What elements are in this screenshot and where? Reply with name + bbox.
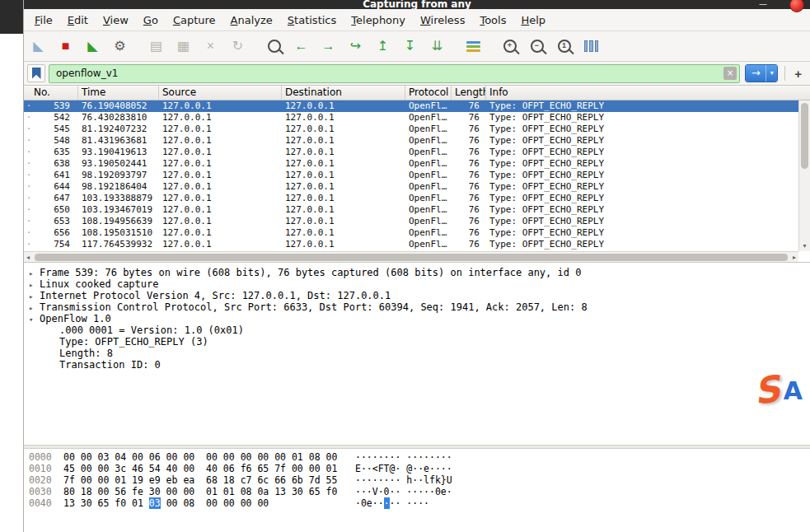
detail-line[interactable]: ▸Frame 539: 76 bytes on wire (608 bits),…: [24, 267, 810, 278]
find-packet-button[interactable]: [263, 35, 285, 57]
colorize-button[interactable]: [462, 35, 485, 57]
packet-row[interactable]: ·653108.194956639127.0.0.1127.0.0.1OpenF…: [24, 216, 798, 227]
save-file-button[interactable]: ▦: [172, 35, 194, 57]
display-filter-field[interactable]: ×: [49, 64, 740, 83]
hex-ascii[interactable]: ········ h··lfk}U: [355, 474, 452, 486]
menu-go[interactable]: Go: [136, 12, 166, 29]
column-header-source[interactable]: Source: [159, 86, 282, 100]
zoom-in-button[interactable]: +: [499, 35, 521, 57]
hex-ascii[interactable]: ········ ········: [355, 451, 452, 463]
go-to-packet-button[interactable]: ↪: [344, 35, 367, 57]
packet-row[interactable]: ·64198.192093797127.0.0.1127.0.0.1OpenFl…: [24, 170, 798, 181]
hex-bytes[interactable]: 7f 00 00 01 19 e9 eb ea 68 18 c7 6c 66 6…: [63, 474, 342, 486]
zoom-out-button[interactable]: −: [526, 35, 548, 57]
packet-row[interactable]: ·754117.764539932127.0.0.1127.0.0.1OpenF…: [24, 239, 798, 250]
scrollbar-right-arrow-icon[interactable]: ▸: [793, 253, 796, 262]
horizontal-scrollbar-thumb[interactable]: [35, 254, 788, 261]
packet-row[interactable]: ·54581.192407232127.0.0.1127.0.0.1OpenFl…: [24, 124, 798, 135]
menu-help[interactable]: Help: [513, 12, 553, 29]
hex-row[interactable]: 001045 00 00 3c 46 54 40 00 40 06 f6 65 …: [29, 463, 810, 474]
filter-dropdown-icon[interactable]: ▾: [766, 65, 777, 82]
column-header-no[interactable]: No.: [24, 86, 78, 100]
restart-capture-button[interactable]: ◣: [82, 35, 104, 57]
packet-row[interactable]: ·63893.190502441127.0.0.1127.0.0.1OpenFl…: [24, 158, 798, 170]
go-last-packet-button[interactable]: ↧: [399, 35, 421, 57]
titlebar[interactable]: Capturing from any: [24, 0, 810, 9]
detail-line[interactable]: .000 0001 = Version: 1.0 (0x01): [24, 324, 810, 336]
hex-row[interactable]: 003080 18 00 56 fe 30 00 00 01 01 08 0a …: [29, 486, 810, 497]
packet-row[interactable]: ·656108.195031510127.0.0.1127.0.0.1OpenF…: [24, 227, 798, 239]
display-filter-input[interactable]: [54, 67, 723, 80]
packet-list-vertical-scrollbar[interactable]: ▾: [798, 100, 810, 251]
column-header-time[interactable]: Time: [78, 86, 159, 100]
menu-edit[interactable]: Edit: [60, 12, 96, 29]
menu-tools[interactable]: Tools: [472, 12, 513, 29]
detail-line[interactable]: Transaction ID: 0: [24, 359, 810, 371]
menu-statistics[interactable]: Statistics: [280, 12, 344, 29]
menu-analyze[interactable]: Analyze: [223, 12, 280, 29]
collapsed-arrow-icon[interactable]: ▸: [29, 279, 40, 291]
detail-text: Frame 539: 76 bytes on wire (608 bits), …: [40, 267, 581, 278]
detail-line[interactable]: Type: OFPT_ECHO_REPLY (3): [24, 336, 810, 348]
hex-ascii[interactable]: ···V·0·· ·····0e·: [355, 486, 452, 497]
hex-row[interactable]: 00207f 00 00 01 19 e9 eb ea 68 18 c7 6c …: [29, 474, 810, 486]
detail-line[interactable]: ▸Linux cooked capture: [24, 278, 810, 290]
detail-line[interactable]: ▸Internet Protocol Version 4, Src: 127.0…: [24, 290, 810, 301]
hex-bytes[interactable]: 80 18 00 56 fe 30 00 00 01 01 08 0a 13 3…: [63, 486, 342, 497]
column-header-length[interactable]: Length: [452, 86, 486, 100]
menu-view[interactable]: View: [96, 12, 136, 29]
collapsed-arrow-icon[interactable]: ▸: [29, 302, 40, 314]
column-header-destination[interactable]: Destination: [282, 86, 405, 100]
scrollbar-down-arrow-icon[interactable]: ▾: [799, 242, 810, 250]
packet-row[interactable]: ·54276.430283810127.0.0.1127.0.0.1OpenFl…: [24, 112, 798, 124]
collapsed-arrow-icon[interactable]: ▸: [29, 291, 40, 302]
vertical-scrollbar-thumb[interactable]: [801, 103, 808, 169]
stop-capture-button[interactable]: ■: [54, 35, 77, 57]
packet-row[interactable]: ·53976.190408052127.0.0.1127.0.0.1OpenFl…: [24, 100, 798, 112]
reload-button[interactable]: ↻: [227, 35, 249, 57]
hex-bytes[interactable]: 45 00 00 3c 46 54 40 00 40 06 f6 65 7f 0…: [63, 463, 342, 474]
packet-list-horizontal-scrollbar[interactable]: ◂ ▸: [24, 251, 798, 262]
scrollbar-left-arrow-icon[interactable]: ◂: [26, 253, 30, 262]
hex-row[interactable]: 004013 30 65 f0 01 03 00 08 00 00 00 00·…: [29, 497, 810, 509]
resize-columns-button[interactable]: [580, 35, 602, 57]
hex-bytes[interactable]: 13 30 65 f0 01 03 00 08 00 00 00 00: [63, 497, 342, 509]
go-first-packet-button[interactable]: ↥: [372, 35, 394, 57]
go-back-button[interactable]: ←: [290, 35, 312, 57]
filter-clear-icon[interactable]: ×: [723, 67, 737, 80]
filter-bookmark-button[interactable]: [27, 64, 45, 82]
hex-bytes[interactable]: 00 00 03 04 00 06 00 00 00 00 00 00 00 0…: [63, 451, 342, 463]
detail-line[interactable]: ▸Transmission Control Protocol, Src Port…: [24, 301, 810, 313]
zoom-100-button[interactable]: 1: [553, 35, 575, 57]
auto-scroll-button[interactable]: ⇊: [426, 35, 448, 57]
menu-telephony[interactable]: Telephony: [344, 12, 413, 29]
column-header-info[interactable]: Info: [486, 86, 810, 100]
cell-no: 638: [34, 158, 78, 170]
start-capture-fin-button[interactable]: ◣: [27, 35, 49, 57]
packet-row[interactable]: ·54881.431963681127.0.0.1127.0.0.1OpenFl…: [24, 135, 798, 147]
packet-row[interactable]: ·650103.193467019127.0.0.1127.0.0.1OpenF…: [24, 204, 798, 216]
hex-ascii[interactable]: E··<FT@· @··e····: [355, 463, 452, 474]
menu-capture[interactable]: Capture: [166, 12, 223, 29]
packet-row[interactable]: ·64498.192186404127.0.0.1127.0.0.1OpenFl…: [24, 181, 798, 193]
packet-row[interactable]: ·647103.193388879127.0.0.1127.0.0.1OpenF…: [24, 193, 798, 204]
filter-add-button[interactable]: +: [791, 67, 805, 81]
expanded-arrow-icon[interactable]: ▾: [29, 314, 40, 325]
menu-file[interactable]: File: [27, 12, 60, 29]
open-file-button[interactable]: ▤: [145, 35, 167, 57]
filter-apply-button[interactable]: → ▾: [745, 64, 778, 82]
detail-line[interactable]: Length: 8: [24, 348, 810, 359]
hex-row[interactable]: 000000 00 03 04 00 06 00 00 00 00 00 00 …: [29, 451, 810, 463]
detail-line[interactable]: ▾OpenFlow 1.0: [24, 313, 810, 324]
close-file-button[interactable]: ×: [199, 35, 222, 57]
hex-ascii[interactable]: ·0e····· ····: [355, 497, 429, 509]
packet-row[interactable]: ·63593.190419613127.0.0.1127.0.0.1OpenFl…: [24, 147, 798, 158]
go-forward-button[interactable]: →: [317, 35, 339, 57]
menu-wireless[interactable]: Wireless: [413, 12, 472, 29]
capture-options-gear-button[interactable]: ⚙: [109, 35, 131, 57]
minimize-button[interactable]: —: [759, 0, 767, 8]
collapsed-arrow-icon[interactable]: ▸: [29, 268, 40, 279]
apply-arrow-icon[interactable]: →: [746, 65, 766, 82]
cell-length: 76: [452, 227, 486, 239]
column-header-protocol[interactable]: Protocol: [405, 86, 452, 100]
